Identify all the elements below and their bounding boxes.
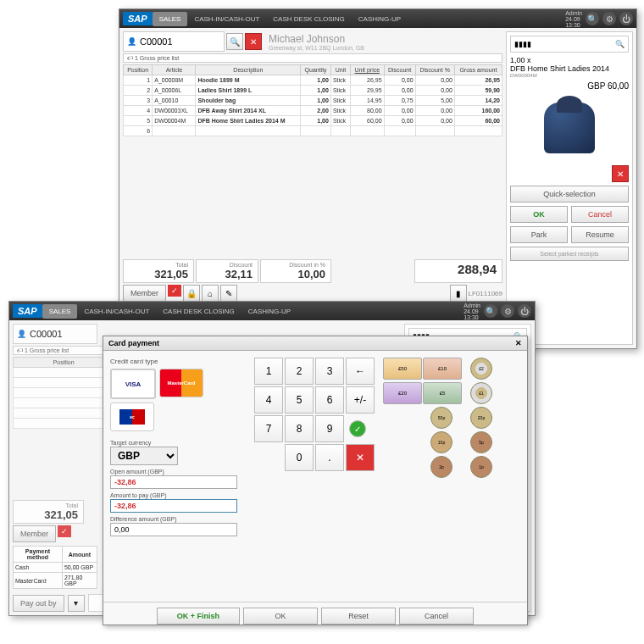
table-row[interactable]: 5DW00004MDFB Home Shirt Ladies 2014 M1,0… bbox=[124, 116, 502, 126]
coin-1p[interactable]: 1p bbox=[470, 456, 492, 478]
open-amount-input[interactable] bbox=[110, 475, 237, 489]
tab-cash-desk-closing[interactable]: CASH DESK CLOSING bbox=[156, 304, 241, 319]
key-5[interactable]: 5 bbox=[285, 386, 314, 414]
gear-icon[interactable]: ⚙ bbox=[501, 304, 514, 318]
coin-2[interactable]: £2 bbox=[470, 358, 492, 380]
cash-denominations: £50 £10 £2 £20 £5 £1 50p 20p 10p 5p 2p 1… bbox=[383, 358, 500, 478]
key-backspace[interactable]: ← bbox=[346, 358, 375, 385]
coin-20p[interactable]: 20p bbox=[470, 407, 492, 429]
power-icon[interactable]: ⏻ bbox=[619, 12, 633, 25]
note-50[interactable]: £50 bbox=[383, 358, 422, 380]
card-payment-dialog: Card payment✕ Credit card type VISA Mast… bbox=[103, 336, 528, 625]
coin-50p[interactable]: 50p bbox=[430, 407, 452, 429]
power-icon[interactable]: ⏻ bbox=[518, 304, 531, 318]
cancel-button[interactable]: Cancel bbox=[571, 206, 629, 223]
search-icon[interactable]: 🔍 bbox=[615, 40, 625, 48]
coin-5p[interactable]: 5p bbox=[470, 431, 492, 453]
modal-cancel-button[interactable]: Cancel bbox=[399, 608, 474, 625]
table-row[interactable]: 3A_00010Shoulder bag1,00Stick14,950,755,… bbox=[124, 96, 502, 106]
member-button[interactable]: Member bbox=[123, 285, 166, 302]
coin-10p[interactable]: 10p bbox=[430, 431, 452, 453]
note-icon[interactable]: ✎ bbox=[220, 285, 237, 302]
home-icon[interactable]: ⌂ bbox=[202, 285, 219, 302]
tab-cashing-up[interactable]: CASHING-UP bbox=[352, 12, 408, 26]
pos-window-front: SAP SALES CASH-IN/CASH-OUT CASH DESK CLO… bbox=[8, 301, 536, 616]
target-currency-select[interactable]: GBP bbox=[110, 447, 178, 465]
cc-type-label: Credit card type bbox=[110, 358, 246, 365]
mastercard-card[interactable]: MasterCard bbox=[159, 369, 203, 397]
table-row[interactable]: 4DW00003XLDFB Away Shirt 2014 XL2,00Stic… bbox=[124, 106, 502, 116]
pay-out-by-button[interactable]: Pay out by bbox=[13, 595, 64, 612]
coin-2p[interactable]: 2p bbox=[430, 456, 452, 478]
customer-search-icon[interactable]: 🔍 bbox=[226, 33, 243, 50]
key-1[interactable]: 1 bbox=[254, 358, 283, 385]
key-4[interactable]: 4 bbox=[254, 386, 283, 414]
open-amount-label: Open amount (GBP) bbox=[110, 469, 246, 475]
customer-code-box[interactable]: 👤 C00001 bbox=[123, 31, 225, 52]
close-icon[interactable]: ✕ bbox=[515, 339, 522, 347]
note-20[interactable]: £20 bbox=[383, 382, 422, 404]
tag-icon: 🏷 bbox=[127, 55, 133, 61]
key-3[interactable]: 3 bbox=[315, 358, 344, 385]
key-8[interactable]: 8 bbox=[285, 415, 314, 442]
target-currency-label: Target currency bbox=[110, 440, 246, 446]
discount-pct-value: 10,00 bbox=[266, 268, 325, 280]
line-items-table: PositionArticleDescriptionQuantityUnitUn… bbox=[123, 64, 502, 136]
key-clear[interactable]: ✕ bbox=[346, 444, 375, 471]
tab-cash-in-out[interactable]: CASH-IN/CASH-OUT bbox=[77, 304, 156, 319]
key-6[interactable]: 6 bbox=[315, 386, 344, 414]
customer-clear-icon[interactable]: ✕ bbox=[245, 33, 262, 50]
lock-icon[interactable]: 🔒 bbox=[183, 285, 200, 302]
key-9[interactable]: 9 bbox=[315, 415, 344, 442]
key-confirm[interactable]: ✓ bbox=[349, 420, 366, 437]
person-icon: 👤 bbox=[127, 37, 136, 46]
barcode-small-icon[interactable]: ▮ bbox=[450, 285, 467, 302]
product-image bbox=[536, 94, 603, 162]
note-5[interactable]: £5 bbox=[423, 382, 462, 404]
table-row[interactable]: 1A_00008MHoodie 1899 M1,00Stick26,950,00… bbox=[124, 75, 502, 86]
tab-sales[interactable]: SALES bbox=[153, 12, 188, 26]
lf-number: LF0111069 bbox=[469, 290, 502, 297]
key-2[interactable]: 2 bbox=[285, 358, 314, 385]
visa-card[interactable]: VISA bbox=[110, 369, 156, 399]
tab-cashing-up[interactable]: CASHING-UP bbox=[242, 304, 297, 319]
modal-ok-button[interactable]: OK bbox=[243, 608, 318, 625]
preview-price: GBP 60,00 bbox=[510, 81, 629, 91]
key-7[interactable]: 7 bbox=[254, 415, 283, 442]
tab-cash-in-out[interactable]: CASH-IN/CASH-OUT bbox=[187, 12, 266, 26]
reset-button[interactable]: Reset bbox=[321, 608, 396, 625]
gear-icon[interactable]: ⚙ bbox=[602, 12, 616, 25]
key-0[interactable]: 0 bbox=[285, 444, 314, 471]
search-icon[interactable]: 🔍 bbox=[484, 304, 497, 318]
park-button[interactable]: Park bbox=[510, 226, 568, 243]
ok-finish-button[interactable]: OK + Finish bbox=[157, 608, 240, 625]
ok-button[interactable]: OK bbox=[510, 206, 568, 223]
table-row[interactable]: 6 bbox=[124, 126, 502, 136]
pos-window-back: SAP SALES CASH-IN/CASH-OUT CASH DESK CLO… bbox=[119, 8, 637, 349]
key-dot[interactable]: . bbox=[315, 444, 344, 471]
clear-preview-icon[interactable]: ✕ bbox=[612, 165, 629, 182]
note-10[interactable]: £10 bbox=[423, 358, 462, 380]
sap-logo: SAP bbox=[13, 304, 42, 318]
parked-receipts-button[interactable]: Select parked receipts bbox=[510, 247, 629, 261]
preview-name: DFB Home Shirt Ladies 2014 bbox=[510, 64, 629, 73]
resume-button[interactable]: Resume bbox=[571, 226, 629, 243]
topbar: SAP SALES CASH-IN/CASH-OUT CASH DESK CLO… bbox=[9, 302, 535, 320]
table-row[interactable]: 2A_00006LLadies Shirt 1899 L1,00Stick29,… bbox=[124, 86, 502, 96]
search-icon[interactable]: 🔍 bbox=[586, 12, 599, 25]
member-check-icon[interactable]: ✓ bbox=[168, 285, 181, 297]
price-list[interactable]: 🏷1 Gross price list bbox=[123, 53, 502, 63]
tab-cash-desk-closing[interactable]: CASH DESK CLOSING bbox=[266, 12, 351, 26]
ec-card[interactable]: ec bbox=[110, 402, 154, 431]
numeric-keypad: 1 2 3 ← 4 5 6 +/- 7 8 9 ✓ 0 . ✕ bbox=[254, 358, 375, 471]
coin-1[interactable]: £1 bbox=[470, 382, 492, 404]
key-plusminus[interactable]: +/- bbox=[346, 386, 375, 414]
tab-sales[interactable]: SALES bbox=[42, 304, 78, 319]
difference-input[interactable] bbox=[110, 523, 237, 536]
preview-qty: 1,00 x bbox=[510, 56, 629, 64]
amount-to-pay-input[interactable] bbox=[110, 499, 237, 513]
quick-selection-button[interactable]: Quick-selection bbox=[510, 186, 629, 203]
barcode-input[interactable]: ▮▮▮▮🔍 bbox=[510, 36, 629, 53]
difference-label: Difference amount (GBP) bbox=[110, 516, 246, 522]
total-value: 321,05 bbox=[129, 268, 188, 280]
